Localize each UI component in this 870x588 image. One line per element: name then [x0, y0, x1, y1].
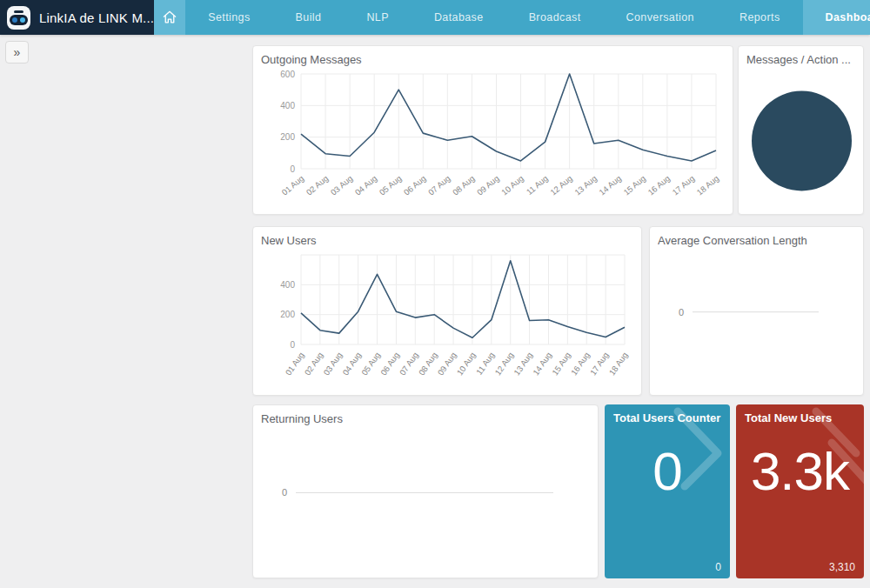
- card-title: Total Users Counter: [613, 411, 721, 424]
- svg-text:400: 400: [280, 101, 295, 110]
- svg-text:02 Aug: 02 Aug: [304, 173, 331, 197]
- new-users-line-chart: 020040001 Aug02 Aug03 Aug04 Aug05 Aug06 …: [261, 249, 635, 390]
- sidebar-expand-button[interactable]: »: [5, 41, 29, 63]
- svg-text:13 Aug: 13 Aug: [512, 351, 534, 378]
- outgoing-messages-line-chart: 020040060001 Aug02 Aug03 Aug04 Aug05 Aug…: [261, 68, 726, 209]
- svg-text:11 Aug: 11 Aug: [525, 173, 550, 197]
- panel-messages-action: Messages / Action ...: [738, 45, 864, 215]
- nav-tab-settings[interactable]: Settings: [185, 0, 272, 35]
- panel-average-conversation-length: Average Conversation Length 0: [649, 226, 864, 396]
- svg-text:01 Aug: 01 Aug: [284, 351, 306, 378]
- svg-text:17 Aug: 17 Aug: [588, 351, 611, 378]
- svg-text:06 Aug: 06 Aug: [402, 173, 428, 197]
- svg-text:01 Aug: 01 Aug: [280, 173, 306, 197]
- svg-text:03 Aug: 03 Aug: [329, 173, 355, 197]
- nav-tab-nlp[interactable]: NLP: [344, 0, 412, 35]
- svg-text:09 Aug: 09 Aug: [475, 173, 501, 197]
- panel-title: Outgoing Messages: [261, 53, 725, 66]
- card-value: 3.3k: [736, 434, 864, 507]
- panel-new-users: New Users 020040001 Aug02 Aug03 Aug04 Au…: [252, 226, 642, 396]
- home-icon: [161, 9, 178, 26]
- svg-text:12 Aug: 12 Aug: [548, 173, 574, 197]
- svg-text:0: 0: [290, 340, 295, 350]
- svg-text:05 Aug: 05 Aug: [378, 173, 404, 197]
- svg-text:03 Aug: 03 Aug: [321, 351, 344, 378]
- svg-text:400: 400: [280, 280, 295, 290]
- card-title: Total New Users: [745, 411, 855, 424]
- svg-text:200: 200: [280, 132, 295, 142]
- svg-text:06 Aug: 06 Aug: [378, 351, 401, 378]
- nav-tab-conversation[interactable]: Conversation: [604, 0, 717, 35]
- nav-tab-home[interactable]: [154, 0, 185, 35]
- returning-users-chart: 0: [261, 427, 592, 570]
- svg-text:200: 200: [280, 310, 295, 319]
- card-footer: 0: [715, 561, 721, 573]
- svg-text:10 Aug: 10 Aug: [455, 351, 478, 378]
- messages-action-pie-chart: [746, 68, 857, 207]
- nav-tab-reports[interactable]: Reports: [717, 0, 803, 35]
- svg-text:09 Aug: 09 Aug: [436, 351, 458, 378]
- svg-text:10 Aug: 10 Aug: [499, 173, 525, 197]
- svg-text:04 Aug: 04 Aug: [340, 351, 363, 378]
- panel-title: Messages / Action ...: [746, 53, 855, 66]
- brand[interactable]: LinkIA de LINK M...: [0, 0, 154, 35]
- svg-text:07 Aug: 07 Aug: [398, 351, 420, 378]
- panel-returning-users: Returning Users 0: [252, 404, 599, 578]
- nav-tab-build[interactable]: Build: [273, 0, 345, 35]
- svg-text:08 Aug: 08 Aug: [417, 351, 439, 378]
- card-total-new-users[interactable]: Total New Users 3.3k 3,310: [736, 404, 864, 578]
- brand-title: LinkIA de LINK M...: [39, 10, 154, 25]
- svg-text:0: 0: [282, 487, 287, 498]
- panel-outgoing-messages: Outgoing Messages 020040060001 Aug02 Aug…: [252, 45, 733, 215]
- svg-text:13 Aug: 13 Aug: [572, 173, 599, 197]
- svg-text:600: 600: [280, 70, 295, 79]
- svg-text:18 Aug: 18 Aug: [607, 351, 630, 378]
- nav-tab-dashboard[interactable]: Dashboard: [803, 0, 870, 35]
- svg-text:15 Aug: 15 Aug: [550, 351, 572, 378]
- top-navbar: LinkIA de LINK M... Settings Build NLP D…: [0, 0, 870, 35]
- robot-logo-icon: [7, 6, 30, 30]
- nav-tab-database[interactable]: Database: [412, 0, 506, 35]
- nav-tab-broadcast[interactable]: Broadcast: [506, 0, 604, 35]
- svg-text:16 Aug: 16 Aug: [569, 351, 592, 378]
- svg-text:14 Aug: 14 Aug: [597, 173, 623, 197]
- svg-text:05 Aug: 05 Aug: [359, 351, 382, 378]
- svg-text:14 Aug: 14 Aug: [531, 351, 553, 378]
- svg-text:15 Aug: 15 Aug: [621, 173, 647, 197]
- svg-text:07 Aug: 07 Aug: [426, 173, 452, 197]
- svg-text:17 Aug: 17 Aug: [670, 173, 696, 197]
- svg-text:18 Aug: 18 Aug: [695, 173, 721, 197]
- svg-text:0: 0: [679, 307, 684, 317]
- card-footer: 3,310: [829, 561, 855, 573]
- svg-text:04 Aug: 04 Aug: [353, 173, 379, 197]
- svg-text:02 Aug: 02 Aug: [303, 351, 325, 378]
- svg-text:0: 0: [290, 164, 295, 174]
- card-value: 0: [605, 434, 730, 507]
- panel-title: Average Conversation Length: [658, 234, 855, 247]
- panel-title: Returning Users: [261, 412, 590, 425]
- panel-title: New Users: [261, 234, 633, 247]
- svg-text:12 Aug: 12 Aug: [492, 351, 515, 378]
- average-conversation-length-chart: 0: [658, 249, 857, 386]
- card-total-users-counter[interactable]: Total Users Counter 0 0: [605, 404, 730, 578]
- svg-text:08 Aug: 08 Aug: [451, 173, 477, 197]
- svg-text:16 Aug: 16 Aug: [646, 173, 672, 197]
